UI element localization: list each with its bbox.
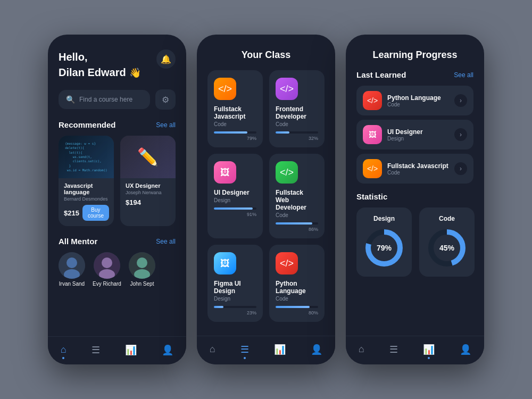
nav3-profile[interactable]: 👤 bbox=[460, 344, 471, 359]
mentor-john-name: John Sept bbox=[130, 281, 154, 287]
figma-ui-icon: 🖼 bbox=[214, 252, 236, 275]
home-icon: ⌂ bbox=[61, 344, 66, 355]
buy-course-button[interactable]: Buy course bbox=[82, 205, 109, 221]
class-cat-3: Code bbox=[276, 212, 318, 218]
ll-python-name: Python Language bbox=[387, 94, 449, 102]
last-learned-title: Last Learned bbox=[356, 70, 406, 79]
stat-row: Design 79% Code bbox=[356, 207, 473, 277]
class-name-2: UI Designer bbox=[214, 189, 256, 196]
class-card-0[interactable]: </> Fullstack Javascript Code 79% bbox=[207, 70, 263, 147]
search-icon: 🔍 bbox=[66, 95, 75, 104]
ll-item-fullstack[interactable]: </> Fullstack Javascript Code › bbox=[356, 154, 473, 184]
mentor-john[interactable]: John Sept bbox=[129, 252, 155, 287]
nav2-list[interactable]: ☰ bbox=[240, 344, 249, 359]
mentor-irvan-name: Irvan Sand bbox=[59, 281, 85, 287]
ll-ui-cat: Design bbox=[387, 136, 449, 142]
mentor-john-avatar bbox=[129, 252, 155, 279]
donut-code: 45% bbox=[426, 227, 468, 269]
search-placeholder-text: Find a course here bbox=[79, 96, 132, 103]
rec-card-1-body: Javascript language Bernard Desmondes $2… bbox=[59, 178, 114, 226]
ll-item-ui[interactable]: 🖼 UI Designer Design › bbox=[356, 120, 473, 149]
progress-fill-5 bbox=[276, 306, 310, 308]
ll-python-arrow[interactable]: › bbox=[454, 94, 467, 107]
progress-fill-2 bbox=[214, 207, 253, 210]
recommended-see-all[interactable]: See all bbox=[156, 121, 176, 129]
progress-pct-4: 23% bbox=[214, 310, 256, 315]
nav3-home[interactable]: ⌂ bbox=[359, 344, 364, 359]
bell-icon[interactable]: 🔔 bbox=[156, 49, 176, 69]
rec-card-2[interactable]: ✏️ UX Designer Joseph Nerwana $194 bbox=[120, 136, 176, 226]
progress-bg-3 bbox=[276, 222, 318, 225]
nav-home[interactable]: ⌂ bbox=[61, 344, 66, 359]
class-card-3[interactable]: </> Fullstack Web Developer Code 86% bbox=[269, 154, 325, 238]
class-card-5[interactable]: </> Python Language Code 80% bbox=[269, 245, 325, 322]
ux-sketch-icon: ✏️ bbox=[137, 147, 159, 167]
progress-pct-0: 79% bbox=[214, 136, 256, 141]
phone-1: Hello, Dilan Edward 👋 🔔 🔍 Find a course … bbox=[48, 35, 186, 364]
stat-code-label: Code bbox=[439, 215, 455, 222]
list-icon: ☰ bbox=[92, 344, 100, 356]
search-input[interactable]: 🔍 Find a course here bbox=[59, 90, 150, 109]
nav3-dot bbox=[428, 357, 430, 359]
phone3-title: Learning Progress bbox=[356, 49, 473, 61]
stat-card-code: Code 45% bbox=[419, 207, 475, 277]
ll-python-icon: </> bbox=[363, 91, 382, 110]
nav2-home[interactable]: ⌂ bbox=[210, 344, 215, 359]
phone-3: Learning Progress Last Learned See all <… bbox=[346, 35, 484, 364]
rec-card-2-price: $194 bbox=[126, 198, 141, 206]
ll-fullstack-arrow[interactable]: › bbox=[454, 162, 467, 175]
class-name-1: Frontend Developer bbox=[276, 105, 318, 120]
mentor-see-all[interactable]: See all bbox=[156, 238, 176, 245]
fullstack-web-icon: </> bbox=[276, 161, 298, 184]
class-card-1[interactable]: </> Frontend Developer Code 32% bbox=[269, 70, 325, 147]
recommended-cards: {message: w = s} delete(t){ let(t){ ws.s… bbox=[59, 136, 176, 226]
home2-icon: ⌂ bbox=[210, 344, 215, 355]
donut-code-pct: 45% bbox=[439, 244, 454, 252]
class-name-0: Fullstack Javascript bbox=[214, 105, 256, 120]
class-cat-5: Code bbox=[276, 296, 318, 302]
mentor-evy[interactable]: Evy Richard bbox=[93, 252, 121, 287]
nav3-stats[interactable]: 📊 bbox=[423, 344, 435, 359]
rec-card-2-title: UX Designer bbox=[126, 182, 170, 189]
frontend-dev-icon: </> bbox=[276, 78, 298, 100]
ll-fullstack-name: Fullstack Javascript bbox=[387, 162, 449, 170]
class-cat-2: Design bbox=[214, 197, 256, 203]
ll-ui-icon: 🖼 bbox=[363, 125, 382, 144]
progress-bg-5 bbox=[276, 306, 318, 308]
home3-icon: ⌂ bbox=[359, 344, 364, 355]
rec-card-1-author: Bernard Desmondes bbox=[64, 196, 109, 202]
mentor-irvan-avatar bbox=[59, 252, 85, 279]
progress-fill-4 bbox=[214, 306, 223, 308]
nav-profile[interactable]: 👤 bbox=[162, 344, 173, 359]
svg-point-4 bbox=[102, 257, 112, 268]
nav-stats[interactable]: 📊 bbox=[125, 344, 137, 359]
phone1-header: Hello, Dilan Edward 👋 🔔 bbox=[59, 49, 176, 80]
class-cat-4: Design bbox=[214, 296, 256, 302]
statistic-section: Statistic Design 79% Code bbox=[356, 192, 473, 277]
svg-point-7 bbox=[137, 257, 147, 268]
progress-bg-1 bbox=[276, 131, 318, 134]
mentor-irvan[interactable]: Irvan Sand bbox=[59, 252, 85, 287]
nav-list[interactable]: ☰ bbox=[92, 344, 100, 359]
class-card-2[interactable]: 🖼 UI Designer Design 91% bbox=[207, 154, 263, 238]
rec-card-1[interactable]: {message: w = s} delete(t){ let(t){ ws.s… bbox=[59, 136, 114, 226]
nav2-profile[interactable]: 👤 bbox=[311, 344, 322, 359]
class-cat-1: Code bbox=[276, 121, 318, 127]
ll-ui-arrow[interactable]: › bbox=[454, 128, 467, 141]
list2-icon: ☰ bbox=[240, 344, 249, 355]
nav2-stats[interactable]: 📊 bbox=[274, 344, 286, 359]
ui-designer-icon: 🖼 bbox=[214, 161, 236, 184]
class-name-5: Python Language bbox=[276, 280, 318, 295]
class-grid: </> Fullstack Javascript Code 79% </> Fr… bbox=[207, 70, 325, 322]
nav3-list[interactable]: ☰ bbox=[389, 344, 398, 359]
profile3-icon: 👤 bbox=[460, 344, 471, 355]
rec-card-1-image: {message: w = s} delete(t){ let(t){ ws.s… bbox=[59, 136, 114, 178]
filter-button[interactable]: ⚙ bbox=[155, 89, 176, 110]
progress-pct-3: 86% bbox=[276, 227, 318, 232]
last-learned-see-all[interactable]: See all bbox=[454, 71, 473, 79]
mentor-evy-name: Evy Richard bbox=[93, 281, 121, 287]
class-card-4[interactable]: 🖼 Figma UI Design Design 23% bbox=[207, 245, 263, 322]
recommended-title: Recommended bbox=[59, 120, 116, 129]
ll-item-python[interactable]: </> Python Language Code › bbox=[356, 86, 473, 115]
stat-design-label: Design bbox=[373, 215, 395, 222]
